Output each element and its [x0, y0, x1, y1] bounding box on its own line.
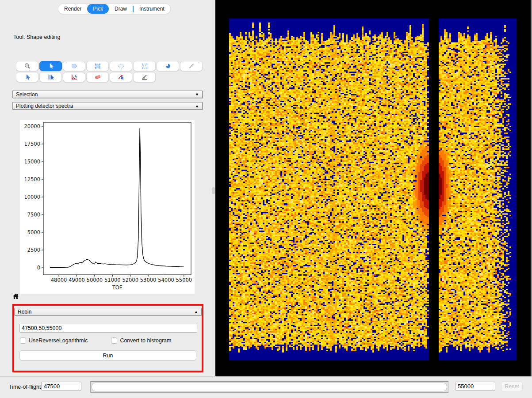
x-tick-label: 55000	[176, 277, 192, 283]
spectrum-plot[interactable]: 4800049000500005100052000530005400055000…	[20, 120, 195, 294]
rebin-section-header[interactable]: Rebin ▲	[14, 308, 202, 315]
sector-tool-button[interactable]	[157, 61, 179, 71]
rebin-section-label: Rebin	[18, 309, 31, 315]
pick-toolbar-row2: θ	[16, 72, 156, 82]
view-tabs: RenderPickDrawInstrument	[58, 4, 170, 14]
tool-status-label: Tool: Shape editing	[13, 34, 60, 40]
rectangle-ring-tool-icon	[141, 63, 149, 69]
tof-max-input[interactable]	[455, 382, 495, 390]
rebin-params-input[interactable]	[19, 324, 197, 333]
run-button[interactable]: Run	[19, 350, 196, 360]
y-tick-label: 17500	[24, 141, 40, 147]
use-reverse-logarithmic-label: UseReverseLogarithmic	[29, 337, 88, 344]
rectangle-tool-button[interactable]	[86, 61, 109, 71]
rebin-checkbox-row: UseReverseLogarithmic Convert to histogr…	[20, 337, 171, 344]
x-tick-label: 49000	[69, 277, 85, 283]
selection-section-label: Selection	[16, 91, 38, 98]
align-peak-tool-icon: θ	[141, 74, 149, 80]
single-pixel-tool-button[interactable]	[16, 72, 38, 82]
tab-render[interactable]: Render	[58, 4, 87, 14]
add-peak-tool-icon	[70, 74, 78, 80]
compare-peak-tool-icon	[117, 74, 125, 80]
y-tick-label: 10000	[24, 194, 40, 200]
x-tick-label: 53000	[140, 277, 157, 283]
convert-to-histogram-checkbox[interactable]	[111, 337, 117, 344]
svg-text:θ: θ	[143, 77, 145, 80]
y-tick-label: 5000	[27, 229, 40, 235]
y-tick-label: 15000	[24, 159, 40, 165]
y-tick-label: 12500	[24, 176, 40, 182]
edit-shape-tool-icon	[47, 63, 55, 69]
y-tick-label: 2500	[27, 247, 40, 253]
rectangle-ring-tool-button[interactable]	[133, 61, 156, 71]
home-button[interactable]	[11, 293, 20, 301]
tab-pick[interactable]: Pick	[87, 4, 109, 14]
free-line-tool-icon	[188, 63, 195, 69]
tof-range-slider[interactable]	[90, 381, 448, 393]
x-tick-label: 54000	[158, 277, 174, 283]
add-peak-tool-button[interactable]	[63, 72, 85, 82]
tube-select-tool-icon	[47, 74, 55, 80]
ellipse-tool-icon	[70, 63, 78, 69]
ellipse-ring-tool-button[interactable]	[110, 61, 132, 71]
tof-min-input[interactable]	[41, 382, 81, 390]
y-tick-label: 20000	[24, 123, 40, 129]
collapse-down-icon: ▼	[195, 92, 199, 97]
x-axis-label: TOF	[112, 284, 122, 291]
compare-peak-tool-button[interactable]	[110, 72, 132, 82]
erase-peak-tool-button[interactable]	[86, 72, 109, 82]
y-tick-label: 7500	[27, 212, 40, 218]
rectangle-tool-icon	[94, 63, 102, 69]
erase-peak-tool-icon	[94, 74, 102, 80]
selection-section-header[interactable]: Selection ▼	[12, 91, 203, 98]
x-tick-label: 52000	[122, 277, 138, 283]
x-tick-label: 51000	[104, 277, 121, 283]
plotting-section-header[interactable]: Plotting detector spectra ▲	[12, 102, 203, 110]
sector-tool-icon	[164, 63, 172, 69]
align-peak-tool-button[interactable]: θ	[133, 72, 156, 82]
edit-shape-tool-button[interactable]	[39, 61, 62, 71]
home-icon	[12, 293, 19, 300]
tab-instrument[interactable]: Instrument	[134, 4, 170, 14]
tof-slider-thumb[interactable]	[92, 383, 447, 391]
window-edge	[531, 0, 532, 376]
time-of-flight-bar: Time-of-flight Reset	[0, 376, 532, 398]
tab-draw[interactable]: Draw	[109, 4, 133, 14]
convert-to-histogram-label: Convert to histogram	[120, 337, 171, 344]
tof-label: Time-of-flight	[9, 384, 41, 390]
tube-select-tool-button[interactable]	[39, 72, 62, 82]
plotting-section-label: Plotting detector spectra	[16, 103, 73, 109]
splitter-handle[interactable]	[212, 187, 215, 194]
detector-image[interactable]	[215, 0, 532, 376]
collapse-up-icon: ▲	[194, 310, 198, 314]
reset-button[interactable]: Reset	[501, 381, 523, 391]
pick-tab-panel: RenderPickDrawInstrument Tool: Shape edi…	[0, 0, 215, 376]
shape-toolbar-row1	[16, 61, 203, 71]
free-line-tool-button[interactable]	[180, 61, 203, 71]
use-reverse-logarithmic-checkbox[interactable]	[20, 337, 26, 344]
collapse-up-icon: ▲	[195, 104, 199, 108]
single-pixel-tool-icon	[23, 74, 31, 80]
spectrum-plot-svg: 4800049000500005100052000530005400055000…	[20, 120, 195, 294]
y-tick-label: 0	[37, 265, 40, 271]
x-tick-label: 50000	[87, 277, 103, 283]
x-tick-label: 48000	[51, 277, 67, 283]
rebin-section: Rebin ▲ UseReverseLogarithmic Convert to…	[12, 304, 203, 372]
ellipse-tool-button[interactable]	[63, 61, 85, 71]
zoom-tool-icon	[23, 63, 31, 69]
zoom-tool-button[interactable]	[16, 61, 38, 71]
ellipse-ring-tool-icon	[117, 63, 125, 69]
